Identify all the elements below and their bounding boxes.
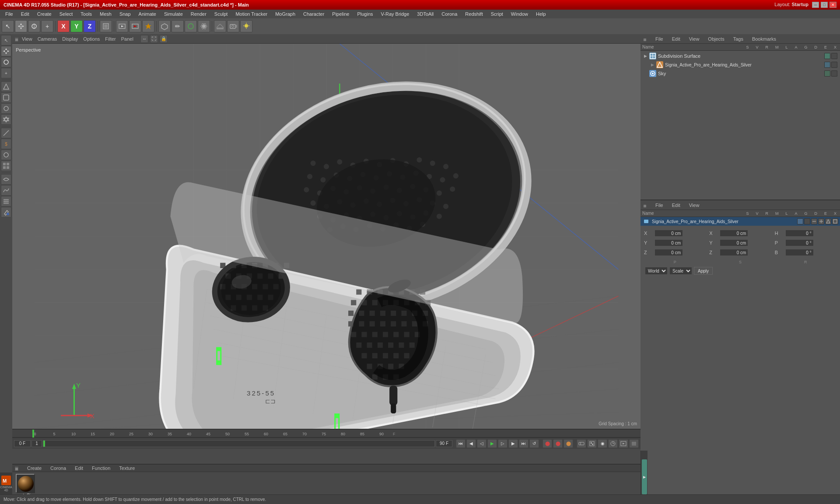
left-tool-grid[interactable]	[1, 161, 11, 171]
left-tool-0[interactable]: ↖	[1, 35, 11, 46]
menu-render[interactable]: Render	[187, 10, 210, 18]
viewport-fullscreen-btn[interactable]: ⛶	[150, 35, 158, 43]
material-menu-icon[interactable]	[15, 466, 18, 470]
menu-help[interactable]: Help	[532, 10, 550, 18]
go-to-end-btn[interactable]: ⏭	[519, 439, 528, 448]
viewport-nav-cameras[interactable]: Cameras	[36, 35, 59, 42]
toolbar-scale-btn[interactable]	[28, 20, 40, 32]
minimize-button[interactable]: ─	[812, 2, 819, 8]
toolbar-light[interactable]	[240, 20, 252, 32]
obj-nav-file[interactable]: File	[654, 35, 665, 42]
left-tool-layers[interactable]	[1, 196, 11, 206]
menu-plugins[interactable]: Plugins	[354, 10, 376, 18]
frame-step-input[interactable]	[32, 440, 42, 447]
toolbar-cube[interactable]	[158, 20, 171, 32]
menu-edit[interactable]: Edit	[18, 10, 33, 18]
attr-selected-obj[interactable]: Signia_Active_Pro_are_Hearing_Aids_Silve…	[640, 217, 840, 226]
timeline-list-btn[interactable]	[629, 439, 639, 448]
next-frame-btn[interactable]: ▷	[498, 439, 508, 448]
prev-frame-btn[interactable]: ◁	[477, 439, 486, 448]
restore-button[interactable]: □	[821, 2, 828, 8]
toolbar-circle[interactable]	[185, 20, 197, 32]
attr-flag-0[interactable]	[797, 218, 803, 224]
left-tool-line[interactable]	[1, 128, 11, 138]
world-dropdown[interactable]: World	[645, 267, 668, 275]
viewport-nav-panel[interactable]: Panel	[119, 35, 135, 42]
menu-select[interactable]: Select	[56, 10, 77, 18]
obj-item-sky[interactable]: ▶ Sky	[641, 69, 839, 78]
viewport-nav-view[interactable]: View	[20, 35, 34, 42]
menu-vray[interactable]: V-Ray Bridge	[378, 10, 413, 18]
viewport-nav-options[interactable]: Options	[81, 35, 102, 42]
left-tool-subdiv[interactable]	[1, 174, 11, 185]
viewport-nav-filter[interactable]: Filter	[103, 35, 117, 42]
material-nav-create[interactable]: Create	[25, 465, 43, 472]
left-tool-rotate[interactable]: +	[1, 68, 11, 78]
toolbar-axis-y[interactable]: Y	[70, 20, 83, 32]
toolbar-floor[interactable]	[214, 20, 226, 32]
scale-x-input[interactable]	[720, 230, 748, 237]
obj-item-subdivision[interactable]: ▶ Subdivision Surface	[641, 52, 839, 60]
left-tool-5[interactable]	[1, 81, 11, 92]
menu-snap[interactable]: Snap	[116, 10, 134, 18]
menu-character[interactable]: Character	[300, 10, 328, 18]
pos-y-input[interactable]	[654, 239, 683, 246]
toolbar-render-active[interactable]	[129, 20, 141, 32]
loop-btn[interactable]: ↺	[529, 439, 539, 448]
obj-expand-0[interactable]: ▶	[643, 54, 648, 58]
rot-b-input[interactable]	[785, 249, 814, 256]
fps-btn[interactable]	[587, 439, 597, 448]
obj-flag-sky-1[interactable]	[831, 70, 837, 77]
scale-dropdown[interactable]: Scale	[669, 267, 692, 275]
attr-nav-edit[interactable]: Edit	[670, 202, 682, 209]
prev-key-btn[interactable]: ◀	[466, 439, 476, 448]
obj-manager-menu-icon[interactable]	[643, 37, 647, 41]
attr-flag-4[interactable]	[825, 218, 831, 224]
toolbar-axis-z[interactable]: Z	[84, 20, 96, 32]
attr-flag-5[interactable]	[832, 218, 838, 224]
menu-corona[interactable]: Corona	[438, 10, 461, 18]
material-nav-corona[interactable]: Corona	[49, 465, 68, 472]
obj-flag-subdiv-1[interactable]	[831, 53, 837, 59]
rot-p-input[interactable]	[785, 239, 814, 246]
menu-file[interactable]: File	[2, 10, 17, 18]
obj-nav-tags[interactable]: Tags	[732, 35, 745, 42]
menu-script[interactable]: Script	[487, 10, 507, 18]
left-tool-dollar[interactable]: $	[1, 139, 11, 149]
left-tool-scale[interactable]	[1, 57, 11, 67]
attr-manager-menu-icon[interactable]	[643, 203, 647, 207]
attr-nav-file[interactable]: File	[654, 202, 665, 209]
material-thumb-0[interactable]	[16, 474, 34, 492]
menu-create[interactable]: Create	[34, 10, 55, 18]
close-button[interactable]: ✕	[830, 2, 836, 8]
left-tool-sculpt[interactable]	[1, 185, 11, 196]
material-nav-function[interactable]: Function	[90, 465, 112, 472]
menu-mograph[interactable]: MoGraph	[272, 10, 299, 18]
menu-sculpt[interactable]: Sculpt	[211, 10, 231, 18]
obj-nav-objects[interactable]: Objects	[706, 35, 726, 42]
left-tool-8[interactable]	[1, 114, 11, 125]
menu-motion-tracker[interactable]: Motion Tracker	[232, 10, 271, 18]
toolbar-rotate-btn[interactable]: +	[41, 20, 53, 32]
play-btn[interactable]: ▶	[487, 439, 497, 448]
mode-btn[interactable]: ◉	[598, 439, 607, 448]
left-tool-7[interactable]	[1, 103, 11, 114]
next-key-btn[interactable]: ▶	[508, 439, 518, 448]
motion-blur-btn[interactable]	[577, 439, 586, 448]
right-edge-tab[interactable]: ▶	[642, 459, 647, 494]
toolbar-camera[interactable]	[227, 20, 239, 32]
attr-flag-3[interactable]	[818, 218, 824, 224]
obj-nav-bookmarks[interactable]: Bookmarks	[750, 35, 778, 42]
obj-flag-subdiv-0[interactable]	[824, 53, 830, 59]
obj-flag-signia-1[interactable]	[831, 62, 837, 68]
scale-y-input[interactable]	[720, 239, 748, 246]
pos-x-input[interactable]	[654, 230, 683, 237]
toolbar-pen[interactable]: ✏	[172, 20, 184, 32]
viewport-lock-btn[interactable]: 🔒	[160, 35, 168, 43]
timeline-scrubber[interactable]	[43, 440, 435, 447]
current-frame-input[interactable]	[14, 440, 31, 447]
menu-tools[interactable]: Tools	[77, 10, 95, 18]
toolbar-axis-x[interactable]: X	[57, 20, 70, 32]
obj-nav-edit[interactable]: Edit	[670, 35, 682, 42]
toolbar-atom[interactable]	[198, 20, 210, 32]
